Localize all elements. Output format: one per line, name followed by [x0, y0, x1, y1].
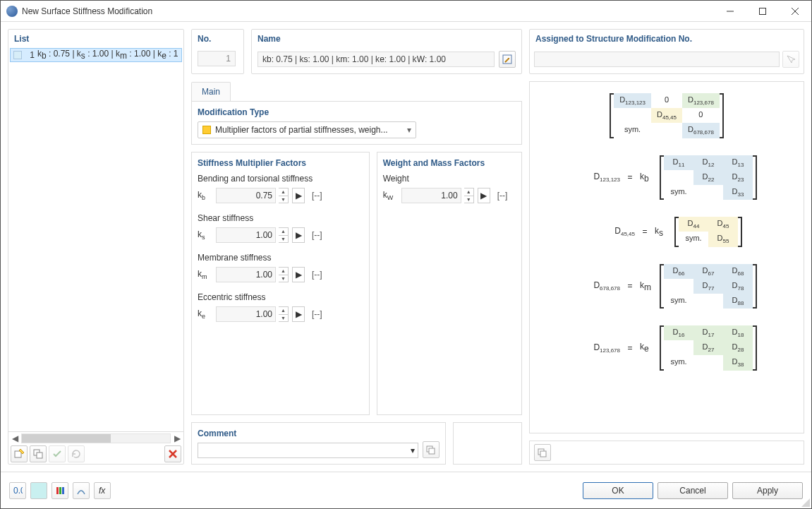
modification-type-header: Modification Type: [198, 107, 516, 117]
membrane-step-button[interactable]: ▶: [292, 267, 305, 282]
function-button[interactable]: fx: [94, 482, 111, 499]
apply-check-button[interactable]: [49, 445, 66, 462]
weight-factors-header: Weight and Mass Factors: [383, 158, 516, 168]
weight-unit: [--]: [497, 191, 508, 200]
svg-rect-8: [540, 451, 546, 457]
eccentric-spinner[interactable]: ▲▼: [279, 306, 289, 322]
comment-panel: Comment ▾: [191, 422, 446, 465]
new-item-button[interactable]: [11, 445, 28, 462]
copy-item-button[interactable]: [30, 445, 47, 462]
resize-grip-icon[interactable]: [801, 498, 810, 507]
membrane-input[interactable]: [216, 267, 276, 282]
svg-rect-6: [429, 448, 435, 454]
bending-label: Bending and torsional stiffness: [198, 174, 363, 184]
bending-spinner[interactable]: ▲▼: [279, 188, 289, 203]
list-item-label: kb : 0.75 | ks : 1.00 | km : 1.00 | ke :…: [37, 49, 178, 61]
chevron-down-icon: ▾: [411, 445, 415, 455]
list-horizontal-scrollbar[interactable]: ◀ ▶: [8, 431, 183, 444]
weight-label: Weight: [383, 174, 516, 184]
aux-panel: [453, 422, 522, 465]
svg-rect-10: [56, 487, 59, 494]
membrane-spinner[interactable]: ▲▼: [279, 267, 289, 282]
bending-input[interactable]: [216, 188, 276, 203]
color-legend-button[interactable]: [51, 482, 68, 499]
membrane-unit: [--]: [312, 270, 322, 280]
units-button[interactable]: 0.00: [9, 482, 26, 499]
tab-main[interactable]: Main: [191, 82, 231, 101]
pick-structure-button[interactable]: [782, 51, 799, 68]
number-panel: No.: [191, 29, 244, 74]
shear-symbol: ks: [198, 229, 213, 241]
svg-text:0.00: 0.00: [13, 486, 23, 496]
svg-rect-11: [59, 487, 61, 494]
shear-step-button[interactable]: ▶: [292, 227, 305, 243]
svg-text:fx: fx: [99, 486, 106, 496]
stiffness-diagram: D123,1230D123,678 D45,450 sym.D678,678 D…: [529, 81, 804, 433]
membrane-symbol: km: [198, 269, 213, 280]
edit-name-button[interactable]: [499, 51, 516, 68]
modification-type-panel: Modification Type Multiplier factors of …: [191, 101, 522, 145]
assigned-field[interactable]: [534, 52, 780, 67]
shear-spinner[interactable]: ▲▼: [279, 227, 289, 243]
shear-label: Shear stiffness: [198, 213, 363, 223]
cancel-button[interactable]: Cancel: [658, 482, 728, 499]
tab-strip: Main: [191, 81, 522, 101]
assigned-header: Assigned to Structure Modification No.: [530, 30, 804, 48]
eccentric-unit: [--]: [312, 309, 322, 319]
weight-input[interactable]: [401, 188, 461, 203]
stiffness-factors-header: Stiffness Multiplier Factors: [198, 158, 363, 168]
comment-library-button[interactable]: [423, 441, 440, 458]
list-toolbar: [8, 444, 183, 464]
window-title: New Surface Stiffness Modification: [22, 6, 714, 16]
ok-button[interactable]: OK: [583, 482, 653, 499]
type-color-swatch-icon: [202, 126, 211, 134]
bending-unit: [--]: [312, 191, 322, 200]
dialog-footer: 0.00 fx OK Cancel Apply: [1, 472, 811, 508]
scroll-left-icon[interactable]: ◀: [8, 432, 21, 445]
name-field[interactable]: kb : 0.75 | ks : 1.00 | km : 1.00 | ke :…: [257, 52, 495, 67]
eccentric-step-button[interactable]: ▶: [292, 306, 305, 322]
render-button[interactable]: [73, 482, 90, 499]
app-icon: [6, 6, 18, 17]
eccentric-label: Eccentric stiffness: [198, 292, 363, 302]
scroll-right-icon[interactable]: ▶: [171, 432, 183, 445]
maximize-button[interactable]: [746, 1, 779, 21]
surface-view-button[interactable]: [30, 482, 47, 499]
list-panel: List 1 kb : 0.75 | ks : 1.00 | km : 1.00…: [8, 29, 184, 465]
modification-type-dropdown[interactable]: Multiplier factors of partial stiffnesse…: [198, 121, 416, 138]
apply-button[interactable]: Apply: [732, 482, 803, 499]
weight-spinner[interactable]: ▲▼: [464, 188, 474, 203]
minimize-button[interactable]: [714, 1, 746, 21]
shear-input[interactable]: [216, 227, 276, 243]
comment-combobox[interactable]: ▾: [198, 443, 418, 458]
delete-button[interactable]: [164, 445, 181, 462]
list-item[interactable]: 1 kb : 0.75 | ks : 1.00 | km : 1.00 | ke…: [10, 48, 182, 62]
bending-step-button[interactable]: ▶: [292, 188, 305, 203]
color-swatch-icon: [13, 51, 22, 59]
diagram-settings-button[interactable]: [534, 444, 551, 461]
chevron-down-icon: ▾: [407, 125, 411, 135]
diagram-toolbar: [529, 441, 804, 465]
bending-symbol: kb: [198, 190, 213, 201]
titlebar: New Surface Stiffness Modification: [1, 1, 811, 22]
list-item-index: 1: [25, 50, 35, 60]
number-input[interactable]: [198, 51, 236, 66]
svg-rect-3: [37, 453, 42, 458]
stiffness-factors-panel: Stiffness Multiplier Factors Bending and…: [191, 152, 370, 415]
eccentric-symbol: ke: [198, 309, 213, 320]
comment-header: Comment: [198, 429, 418, 438]
refresh-button[interactable]: [68, 445, 85, 462]
name-header: Name: [252, 30, 521, 48]
weight-factors-panel: Weight and Mass Factors Weight kW ▲▼ ▶ […: [377, 152, 522, 415]
list-header: List: [8, 30, 183, 48]
name-panel: Name kb : 0.75 | ks : 1.00 | km : 1.00 |…: [251, 29, 522, 74]
shear-unit: [--]: [312, 230, 322, 240]
svg-rect-0: [760, 8, 766, 14]
number-header: No.: [192, 30, 243, 48]
modification-type-selected: Multiplier factors of partial stiffnesse…: [215, 125, 403, 135]
weight-step-button[interactable]: ▶: [478, 188, 490, 203]
weight-symbol: kW: [383, 190, 399, 201]
eccentric-input[interactable]: [216, 306, 276, 322]
close-button[interactable]: [779, 1, 811, 21]
svg-rect-12: [62, 487, 64, 494]
